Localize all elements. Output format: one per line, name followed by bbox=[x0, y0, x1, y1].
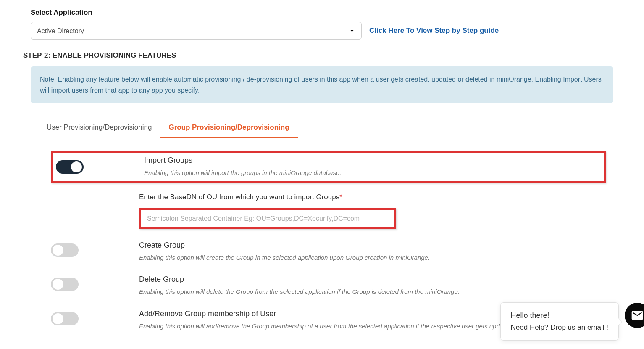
info-note: Note: Enabling any feature below will en… bbox=[31, 66, 613, 103]
chat-greeting: Hello there! bbox=[511, 311, 608, 320]
basedn-label: Enter the BaseDN of OU from which you wa… bbox=[139, 193, 606, 201]
delete-group-desc: Enabling this option will delete the Gro… bbox=[139, 287, 606, 297]
import-groups-highlight: Import Groups Enabling this option will … bbox=[51, 151, 606, 183]
chat-bubble[interactable]: Hello there! Need Help? Drop us an email… bbox=[500, 302, 619, 341]
basedn-input[interactable] bbox=[141, 210, 394, 227]
import-groups-title: Import Groups bbox=[144, 156, 601, 165]
tab-group-provisioning[interactable]: Group Provisioning/Deprovisioning bbox=[160, 118, 297, 138]
toggle-knob bbox=[53, 279, 63, 290]
mail-icon bbox=[631, 309, 644, 322]
membership-toggle[interactable] bbox=[51, 312, 79, 325]
toggle-knob bbox=[71, 161, 82, 172]
toggle-knob bbox=[53, 313, 63, 324]
import-groups-desc: Enabling this option will import the gro… bbox=[144, 168, 601, 178]
create-group-desc: Enabling this option will create the Gro… bbox=[139, 253, 606, 263]
step-guide-link[interactable]: Click Here To View Step by Step guide bbox=[369, 26, 499, 35]
chat-widget: Hello there! Need Help? Drop us an email… bbox=[500, 302, 619, 341]
basedn-input-highlight bbox=[139, 208, 396, 229]
required-asterisk: * bbox=[339, 193, 342, 201]
delete-group-title: Delete Group bbox=[139, 275, 606, 284]
import-groups-toggle[interactable] bbox=[56, 160, 84, 174]
select-application-label: Select Application bbox=[31, 8, 621, 17]
application-select[interactable]: Active Directory bbox=[31, 22, 362, 40]
provisioning-tabs: User Provisioning/Deprovisioning Group P… bbox=[38, 118, 606, 138]
toggle-knob bbox=[53, 245, 63, 256]
chat-help-text: Need Help? Drop us an email ! bbox=[511, 323, 608, 332]
create-group-toggle[interactable] bbox=[51, 243, 79, 257]
tab-user-provisioning[interactable]: User Provisioning/Deprovisioning bbox=[38, 118, 160, 138]
delete-group-toggle[interactable] bbox=[51, 278, 79, 291]
create-group-title: Create Group bbox=[139, 241, 606, 250]
step-2-title: STEP-2: ENABLE PROVISIONING FEATURES bbox=[23, 51, 621, 60]
